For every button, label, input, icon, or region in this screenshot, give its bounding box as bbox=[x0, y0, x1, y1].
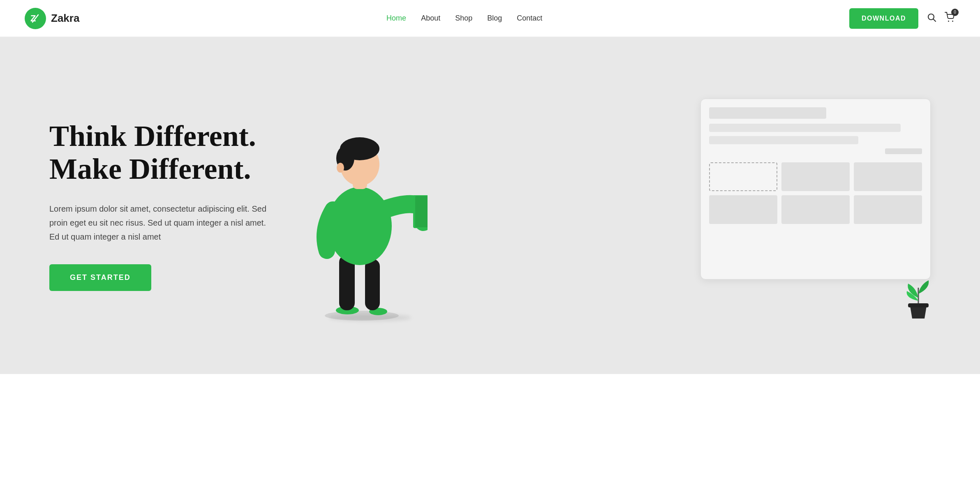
svg-rect-13 bbox=[415, 196, 428, 227]
svg-rect-21 bbox=[908, 303, 929, 307]
plant-illustration bbox=[902, 275, 935, 321]
mockup-header bbox=[709, 107, 826, 119]
nav-blog[interactable]: Blog bbox=[487, 14, 502, 23]
mockup-cell-selected bbox=[709, 162, 777, 191]
logo-text: Zakra bbox=[51, 12, 79, 25]
svg-point-4 bbox=[948, 21, 949, 22]
svg-point-11 bbox=[328, 187, 392, 265]
header-actions: DOWNLOAD 0 bbox=[849, 8, 955, 29]
main-nav: Home About Shop Blog Contact bbox=[386, 14, 542, 23]
mockup-grid bbox=[709, 162, 922, 224]
svg-point-6 bbox=[325, 311, 399, 321]
hero-title: Think Different. Make Different. bbox=[49, 120, 271, 185]
svg-rect-19 bbox=[340, 149, 351, 163]
svg-point-20 bbox=[337, 163, 344, 173]
svg-line-3 bbox=[934, 19, 936, 21]
download-button[interactable]: DOWNLOAD bbox=[849, 8, 918, 29]
ui-mockup-panel bbox=[700, 99, 931, 279]
site-header: Z Zakra Home About Shop Blog Contact DOW… bbox=[0, 0, 980, 37]
hero-section: Think Different. Make Different. Lorem i… bbox=[0, 37, 980, 374]
get-started-button[interactable]: GET STARTED bbox=[49, 264, 151, 291]
svg-point-5 bbox=[952, 21, 953, 22]
mockup-cell-3 bbox=[854, 162, 922, 191]
nav-about[interactable]: About bbox=[421, 14, 440, 23]
search-icon[interactable] bbox=[927, 12, 936, 25]
nav-shop[interactable]: Shop bbox=[455, 14, 472, 23]
cart-icon[interactable]: 0 bbox=[945, 12, 955, 25]
mockup-row-2 bbox=[709, 136, 858, 144]
svg-rect-10 bbox=[365, 259, 380, 310]
logo-icon: Z bbox=[25, 8, 46, 29]
hero-content: Think Different. Make Different. Lorem i… bbox=[49, 120, 271, 291]
mockup-cell-5 bbox=[781, 195, 850, 224]
mockup-cell-2 bbox=[781, 162, 850, 191]
cart-badge: 0 bbox=[951, 9, 959, 16]
mockup-cell-4 bbox=[709, 195, 777, 224]
mockup-label-row bbox=[709, 148, 922, 154]
hero-description: Lorem ipsum dolor sit amet, consectetur … bbox=[49, 202, 271, 244]
mockup-label bbox=[885, 148, 922, 154]
mockup-row-1 bbox=[709, 124, 901, 132]
mockup-cell-6 bbox=[854, 195, 922, 224]
nav-contact[interactable]: Contact bbox=[517, 14, 542, 23]
nav-home[interactable]: Home bbox=[386, 14, 406, 23]
hero-illustration bbox=[271, 82, 947, 329]
logo[interactable]: Z Zakra bbox=[25, 8, 79, 29]
person-illustration bbox=[296, 90, 428, 321]
